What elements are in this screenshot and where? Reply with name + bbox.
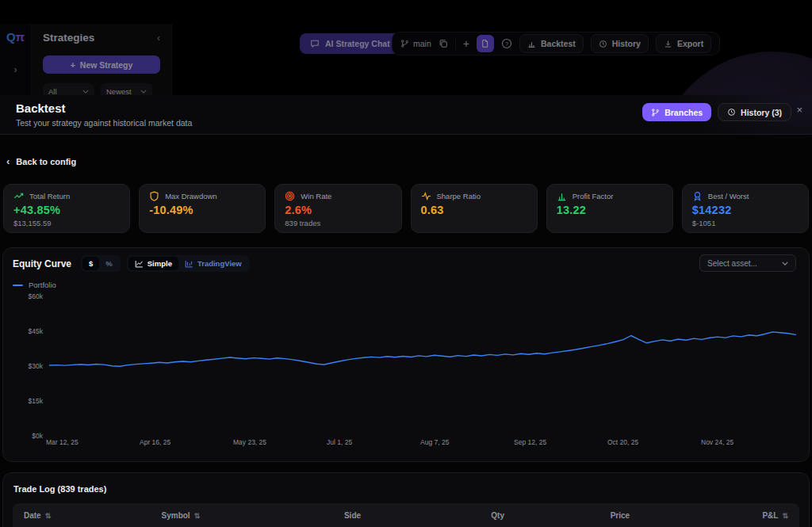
sort-icon: ⇅ bbox=[45, 512, 52, 520]
y-tick-label: $0k bbox=[3, 432, 43, 440]
modal-history-button[interactable]: History (3) bbox=[718, 103, 791, 121]
column-header-symbol[interactable]: Symbol⇅ bbox=[162, 511, 269, 520]
equity-curve-title: Equity Curve bbox=[13, 258, 71, 269]
column-label: Price bbox=[611, 511, 630, 520]
bar-chart-icon bbox=[557, 191, 567, 201]
stat-label: Profit Factor bbox=[573, 192, 614, 200]
backtest-modal: Backtest Test your strategy against hist… bbox=[0, 95, 812, 527]
stat-card-win-rate: Win Rate 2.6% 839 trades bbox=[274, 184, 401, 233]
x-tick-label: Sep 12, 25 bbox=[514, 438, 607, 446]
column-label: Qty bbox=[491, 511, 504, 520]
unit-toggle: $ % bbox=[81, 255, 121, 272]
line-chart-icon bbox=[135, 260, 144, 268]
stat-value: $14232 bbox=[692, 204, 799, 216]
column-label: Symbol bbox=[162, 511, 190, 520]
column-header-pl[interactable]: P&L⇅ bbox=[681, 511, 788, 520]
stat-sub: 839 trades bbox=[285, 219, 391, 227]
trade-log-title: Trade Log (839 trades) bbox=[3, 473, 809, 503]
stat-label: Total Return bbox=[29, 192, 70, 200]
view-simple-label: Simple bbox=[147, 259, 172, 268]
sort-icon: ⇅ bbox=[782, 512, 788, 520]
back-to-config-link[interactable]: ‹ Back to config bbox=[6, 155, 76, 167]
stat-value: 0.63 bbox=[421, 204, 527, 216]
equity-line-svg bbox=[49, 296, 796, 435]
x-tick-label: Oct 20, 25 bbox=[607, 438, 701, 446]
stat-sub: $-1051 bbox=[692, 219, 799, 227]
target-icon bbox=[285, 191, 295, 201]
column-label: P&L bbox=[762, 511, 778, 520]
unit-dollar-toggle[interactable]: $ bbox=[82, 257, 99, 270]
stat-label: Max Drawdown bbox=[165, 192, 216, 200]
x-tick-label: Mar 12, 25 bbox=[46, 438, 140, 446]
stats-row: Total Return +43.85% $13,155.59 Max Draw… bbox=[3, 184, 809, 231]
git-branch-icon bbox=[651, 108, 660, 117]
stat-value: 2.6% bbox=[285, 204, 391, 216]
column-header-qty: Qty bbox=[437, 511, 559, 520]
column-label: Side bbox=[344, 511, 361, 520]
column-header-date[interactable]: Date⇅ bbox=[24, 511, 162, 520]
branches-label: Branches bbox=[665, 108, 703, 117]
x-tick-label: May 23, 25 bbox=[233, 438, 327, 446]
modal-backdrop bbox=[0, 0, 812, 95]
shield-icon bbox=[149, 191, 159, 201]
legend-line-swatch bbox=[13, 285, 23, 286]
asset-select-placeholder: Select asset... bbox=[707, 259, 757, 268]
y-tick-label: $60k bbox=[3, 292, 43, 300]
y-tick-label: $30k bbox=[3, 362, 43, 370]
chevron-left-icon: ‹ bbox=[6, 155, 10, 167]
stat-value: +43.85% bbox=[13, 204, 120, 216]
stat-card-best-worst: Best / Worst $14232 $-1051 bbox=[682, 184, 809, 233]
plot-area bbox=[49, 296, 796, 435]
asset-select[interactable]: Select asset... bbox=[699, 254, 796, 272]
stat-label: Sharpe Ratio bbox=[437, 192, 481, 200]
sort-icon: ⇅ bbox=[194, 512, 201, 520]
x-tick-label: Nov 24, 25 bbox=[701, 438, 795, 446]
trade-log-panel: Trade Log (839 trades) Date⇅Symbol⇅SideQ… bbox=[2, 472, 810, 527]
stat-card-sharpe-ratio: Sharpe Ratio 0.63 bbox=[411, 184, 538, 233]
clock-icon bbox=[727, 108, 736, 116]
trending-up-icon bbox=[13, 191, 24, 201]
activity-icon bbox=[421, 191, 431, 201]
stat-card-total-return: Total Return +43.85% $13,155.59 bbox=[3, 184, 130, 233]
x-tick-label: Apr 16, 25 bbox=[140, 438, 233, 446]
legend-label: Portfolio bbox=[29, 281, 56, 289]
x-axis: Mar 12, 25Apr 16, 25May 23, 25Jul 1, 25A… bbox=[46, 438, 809, 446]
close-icon[interactable]: × bbox=[796, 104, 802, 116]
x-tick-label: Aug 7, 25 bbox=[420, 438, 514, 446]
view-tradingview-label: TradingView bbox=[197, 259, 242, 268]
view-toggle: Simple TradingView bbox=[127, 255, 250, 272]
stat-value: -10.49% bbox=[149, 204, 255, 216]
stat-label: Best / Worst bbox=[708, 192, 749, 200]
column-label: Date bbox=[24, 511, 41, 520]
y-tick-label: $15k bbox=[3, 397, 43, 405]
trade-log-header-row: Date⇅Symbol⇅SideQtyPriceP&L⇅ bbox=[13, 503, 799, 527]
stat-label: Win Rate bbox=[301, 192, 331, 200]
y-axis: $60k$45k$30k$15k$0k bbox=[3, 296, 43, 435]
equity-curve-panel: Equity Curve $ % Simple TradingView Sele… bbox=[2, 247, 810, 462]
stat-value: 13.22 bbox=[557, 204, 663, 216]
x-tick-label: Jul 1, 25 bbox=[327, 438, 420, 446]
chart-legend: Portfolio bbox=[13, 281, 809, 289]
modal-header: Backtest Test your strategy against hist… bbox=[0, 95, 812, 135]
column-header-side: Side bbox=[268, 511, 436, 520]
chevron-down-icon bbox=[782, 262, 788, 265]
back-to-config-label: Back to config bbox=[16, 157, 76, 166]
equity-chart: $60k$45k$30k$15k$0k bbox=[3, 296, 796, 436]
view-tradingview-tab[interactable]: TradingView bbox=[178, 257, 248, 270]
modal-history-label: History (3) bbox=[741, 108, 782, 117]
column-header-price: Price bbox=[559, 511, 681, 520]
stat-card-profit-factor: Profit Factor 13.22 bbox=[546, 184, 673, 233]
view-simple-tab[interactable]: Simple bbox=[128, 257, 178, 270]
branches-button[interactable]: Branches bbox=[642, 103, 711, 121]
y-tick-label: $45k bbox=[3, 327, 43, 335]
stat-sub: $13,155.59 bbox=[13, 219, 120, 227]
award-icon bbox=[692, 191, 703, 201]
candlestick-chart-icon bbox=[185, 260, 193, 268]
unit-percent-toggle[interactable]: % bbox=[99, 257, 118, 270]
equity-line bbox=[49, 332, 796, 366]
stat-card-max-drawdown: Max Drawdown -10.49% bbox=[139, 184, 266, 233]
